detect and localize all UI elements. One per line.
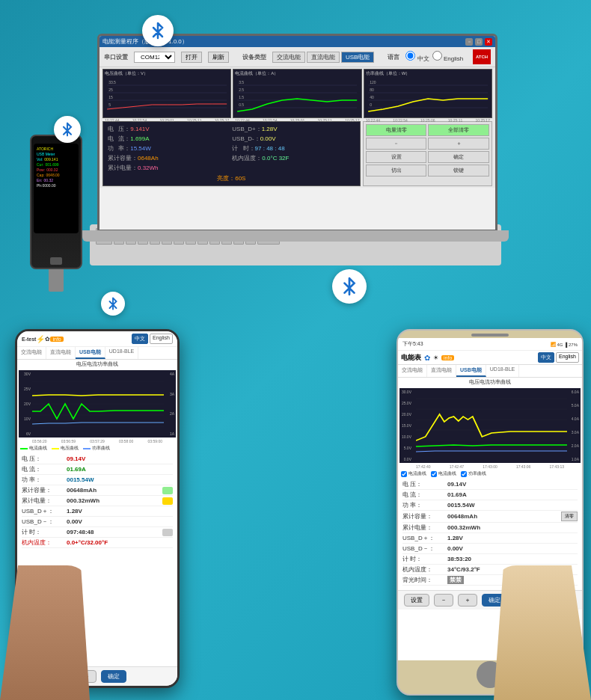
minus-btn-right[interactable]: － [434,594,453,607]
time-right: 下午5:43 [402,340,423,348]
dr-current-right: 电 流： 01.69A [402,490,578,500]
lock-btn[interactable]: 锁键 [428,165,489,176]
maximize-button[interactable]: □ [475,38,483,46]
dr-voltage-right: 电 压： 09.14V [402,479,578,490]
device-ac-btn[interactable]: 交流电能 [272,52,305,63]
usb-dm-value: 0.00V [260,135,276,142]
phone-right-status-bar: 下午5:43 📶 4G ▐ 27% [398,338,582,351]
svg-text:0: 0 [370,102,372,107]
device-usb-btn[interactable]: USB电能 [341,52,374,63]
plus-btn[interactable]: ＋ [428,138,489,150]
tab-ble-right[interactable]: UD18-BLE [486,365,519,377]
lang-en-left[interactable]: English [150,334,173,344]
confirm-btn-left[interactable]: 确定 [101,670,126,683]
signal-icons-right: 📶 4G ▐ 27% [551,342,578,347]
power-chart: 功率曲线（单位：W） 120 80 40 0 10:22:4410:22:541… [364,69,492,118]
current-value: 1.699A [130,135,149,142]
device-dc-btn[interactable]: 直流电能 [307,52,340,63]
usb-meter-device: ATORICH USB Meter Vol:009.141 Cur:001.69… [22,135,90,299]
dr-energy-left: 累计电量： 000.32mWh [22,496,173,506]
power-value: 15.54W [130,145,151,152]
plus-btn-right[interactable]: ＋ [458,594,477,607]
com-port-select[interactable]: COM12 [134,52,175,63]
clear-all-btn[interactable]: 全部清零 [428,124,489,136]
dr-current-left: 电 流： 01.69A [22,464,173,475]
dr-capacity-left: 累计容量： 00648mAh [22,485,173,496]
phone-notch-right [471,334,509,337]
open-button[interactable]: 打开 [181,52,202,63]
svg-text:120: 120 [370,80,376,85]
confirm-btn[interactable]: 确定 [428,151,489,163]
bluetooth-icon-1 [142,15,174,46]
legend-power-right[interactable] [461,471,467,477]
svg-text:80: 80 [370,88,374,92]
tab-usb-right[interactable]: USB电能 [456,365,486,377]
current-chart: 电流曲线（单位：A） 3.5 2.5 1.5 0.5 10:22:4410:22… [233,69,361,118]
bt-icon-right: ✿ [424,354,430,362]
svg-text:2.5: 2.5 [239,88,244,92]
svg-text:33.5: 33.5 [108,80,116,85]
clear-power-btn[interactable]: 电量清零 [366,124,427,136]
app-header-right: 电能表 ✿ ☀ info 中文 English [398,351,582,365]
tab-dc-left[interactable]: 直流电能 [46,347,76,359]
device-type-group: 交流电能 直流电能 USB电能 [272,52,374,63]
svg-text:5: 5 [108,102,111,107]
usb-meter-screen: ATORICH USB Meter Vol:009.141 Cur:001.69… [34,144,79,233]
svg-text:15: 15 [108,95,113,99]
software-toolbar: 串口设置 COM12 打开 刷新 设备类型 交流电能 直流电能 USB电能 语言… [99,47,495,67]
clear-btn-right[interactable]: 清零 [561,512,578,521]
power-chart-label: 功率曲线（单位：W） [364,70,492,78]
dr-time-right: 计 时： 38:53:20 [402,554,578,565]
dr-power-right: 功 率： 0015.54W [402,500,578,511]
bluetooth-icon-3 [101,292,125,316]
lang-en-right[interactable]: English [556,352,579,363]
voltage-chart: 电压曲线（单位：V） 33.5 25 15 5 10:22:4410:22:54… [102,69,231,118]
usb-data-box: 电 压：9.141V USB_D+：1.28V 电 流：1.699A USB_D… [102,121,361,186]
tab-ac-right[interactable]: 交流电能 [398,365,427,377]
lang-zh-right[interactable]: 中文 [538,352,554,363]
refresh-button[interactable]: 刷新 [208,52,229,63]
sun-icon-right: ☀ [433,354,438,361]
chart-legend-right: 电流曲线 电流曲线 功率曲线 [398,470,582,478]
phone-chart-left: 30V 25V 20V 10V 6V 4A 3A [19,370,176,438]
dr-usbdp-right: USB_D＋： 1.28V [402,533,578,544]
tab-ac-left[interactable]: 交流电能 [17,347,46,359]
tab-ble-left[interactable]: UD18-BLE [105,347,138,359]
energy-value: 0.32Wh [138,165,159,171]
svg-text:3.5: 3.5 [239,80,244,85]
svg-text:40: 40 [370,95,374,99]
chart-title-left: 电压电流功率曲线 [17,360,177,369]
minus-btn[interactable]: － [366,138,427,150]
tab-usb-left[interactable]: USB电能 [76,347,105,359]
settings-btn[interactable]: 设置 [366,151,427,163]
settings-btn-right[interactable]: 设置 [404,594,429,607]
language-group: 中文 English [405,51,463,63]
phone-left-status-bar: E-test ⚡ ✿ info 中文 English [17,331,177,347]
dr-usbdm-left: USB_D－： 0.00V [22,517,173,527]
lang-en-radio[interactable] [432,51,442,61]
tab-row-left: 交流电能 直流电能 USB电能 UD18-BLE [17,347,177,360]
control-panel: 电量清零 全部清零 － ＋ 设置 确定 切出 锁键 [363,121,492,186]
bluetooth-icon-4 [332,269,367,304]
lang-zh-left[interactable]: 中文 [132,334,148,344]
temp-value: 0.0°C 32F [262,155,289,162]
info-badge-right: info [441,355,454,360]
minimize-button[interactable]: － [465,38,473,46]
voltage-value: 9.141V [130,126,149,132]
lang-zh-radio[interactable] [405,51,415,61]
chart-times-left: 03:56:2003:56:5903:57:2903:58:0003:59:00 [17,439,177,444]
close-button[interactable]: ✕ [485,38,492,46]
laptop-base [82,230,509,242]
dr-power-left: 功 率： 0015.54W [22,475,173,485]
tab-dc-right[interactable]: 直流电能 [427,365,456,377]
brand-logo: ATCH [473,49,491,64]
svg-text:0.5: 0.5 [239,102,244,107]
laptop-screen: 电能测量程序（版本号：1.0.0） － □ ✕ 串口设置 COM12 打开 刷新… [97,34,497,232]
brightness-display: 亮度：60S [108,174,355,182]
dr-capacity-right: 累计容量： 00648mAh 清零 [402,511,578,523]
export-btn[interactable]: 切出 [366,165,427,176]
dr-energy-right: 累计电量： 000.32mWh [402,523,578,533]
legend-voltage-right[interactable] [401,471,407,477]
app-name-right: 电能表 [401,353,421,363]
legend-current-right[interactable] [431,471,437,477]
